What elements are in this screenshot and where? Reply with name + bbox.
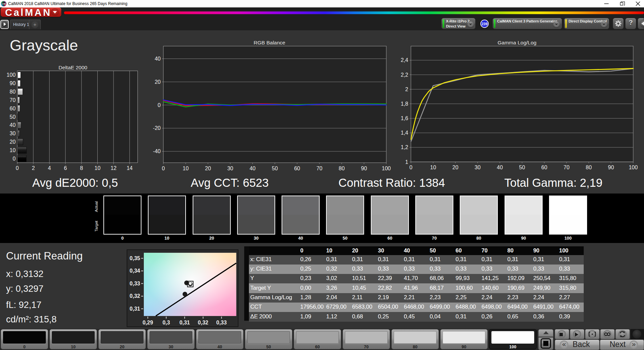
svg-text:60: 60 <box>10 106 16 111</box>
svg-text:0,32: 0,32 <box>198 320 208 325</box>
svg-text:20: 20 <box>452 165 458 170</box>
svg-text:0,3: 0,3 <box>162 320 170 325</box>
svg-text:RGB Balance: RGB Balance <box>254 40 285 45</box>
svg-text:80: 80 <box>586 165 592 170</box>
svg-text:4: 4 <box>48 165 51 171</box>
svg-text:0: 0 <box>410 165 413 170</box>
svg-text:-20: -20 <box>153 125 161 131</box>
svg-text:DeltaE 2000: DeltaE 2000 <box>59 65 88 70</box>
svg-text:100: 100 <box>7 72 16 78</box>
svg-text:2,4: 2,4 <box>401 57 408 63</box>
svg-text:60: 60 <box>294 166 300 171</box>
svg-text:CM: CM <box>2 3 6 5</box>
svg-text:10: 10 <box>430 165 436 170</box>
svg-text:30: 30 <box>475 165 481 170</box>
svg-text:6: 6 <box>64 165 67 171</box>
svg-text:20: 20 <box>155 79 161 85</box>
svg-text:10: 10 <box>95 165 101 171</box>
svg-text:50: 50 <box>272 166 278 171</box>
svg-text:40: 40 <box>10 122 16 128</box>
svg-text:Gamma Log/Log: Gamma Log/Log <box>497 40 536 45</box>
svg-text:2: 2 <box>32 165 35 171</box>
svg-text:40: 40 <box>250 166 256 171</box>
svg-text:40: 40 <box>155 56 161 62</box>
svg-text:0,31: 0,31 <box>130 306 140 312</box>
svg-text:50: 50 <box>519 165 525 170</box>
svg-text:80: 80 <box>339 166 345 171</box>
svg-text:1,4: 1,4 <box>401 130 408 136</box>
svg-text:1: 1 <box>405 159 408 165</box>
svg-text:70: 70 <box>564 165 570 170</box>
svg-text:1,6: 1,6 <box>401 115 408 121</box>
svg-text:100: 100 <box>382 166 391 171</box>
svg-text:12: 12 <box>110 165 117 171</box>
svg-text:0: 0 <box>162 166 165 171</box>
svg-text:90: 90 <box>361 166 367 171</box>
svg-text:2: 2 <box>405 86 408 92</box>
svg-text:8: 8 <box>80 165 83 171</box>
svg-text:1,2: 1,2 <box>401 144 408 150</box>
svg-text:100: 100 <box>629 165 638 170</box>
svg-text:80: 80 <box>10 89 16 95</box>
svg-text:0,35: 0,35 <box>130 255 140 261</box>
svg-text:0,33: 0,33 <box>216 320 227 325</box>
svg-text:0,33: 0,33 <box>130 281 140 286</box>
svg-text:0: 0 <box>158 102 161 108</box>
svg-text:2,2: 2,2 <box>401 72 408 78</box>
svg-text:30: 30 <box>10 131 16 136</box>
svg-text:50: 50 <box>10 114 16 120</box>
svg-text:40: 40 <box>497 165 503 170</box>
svg-text:0,29: 0,29 <box>142 320 153 325</box>
svg-text:20: 20 <box>205 166 211 171</box>
svg-text:-40: -40 <box>153 148 161 154</box>
svg-text:70: 70 <box>10 97 16 103</box>
svg-text:70: 70 <box>316 166 322 171</box>
svg-text:0,34: 0,34 <box>130 268 140 274</box>
svg-text:0: 0 <box>12 156 15 162</box>
svg-text:0,31: 0,31 <box>180 320 190 325</box>
svg-text:10: 10 <box>10 147 16 153</box>
svg-text:0,32: 0,32 <box>130 293 140 299</box>
svg-text:90: 90 <box>10 80 16 86</box>
svg-text:10: 10 <box>183 166 189 171</box>
svg-text:14: 14 <box>127 165 133 171</box>
svg-text:30: 30 <box>227 166 233 171</box>
svg-text:20: 20 <box>10 139 16 145</box>
svg-text:90: 90 <box>608 165 614 170</box>
svg-text:60: 60 <box>541 165 547 170</box>
svg-text:0: 0 <box>16 165 19 171</box>
svg-text:1,8: 1,8 <box>401 101 408 107</box>
